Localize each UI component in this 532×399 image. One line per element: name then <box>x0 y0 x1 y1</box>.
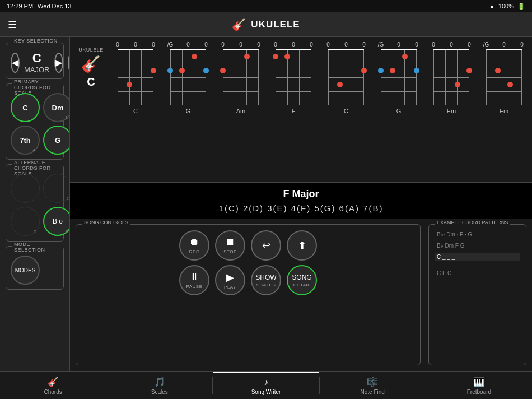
nav-item-chords[interactable]: 🎸 Chords <box>0 372 106 399</box>
chord-diagram-am[interactable]: 000Am <box>218 41 263 114</box>
chord-dot <box>151 68 156 73</box>
song-detail-icon: SONG <box>292 273 311 281</box>
diagram-chord-name: Em <box>500 108 509 114</box>
bottom-nav: 🎸 Chords 🎵 Scales ♪ Song Writer 🎼 Note F… <box>0 371 532 399</box>
diagram-fretboard <box>170 49 206 105</box>
info-bar: F Major 1(C) 2(D) 3(E) 4(F) 5(G) 6(A) 7(… <box>70 183 532 219</box>
diagram-chord-name: C <box>344 108 348 114</box>
chord-dot <box>361 68 367 73</box>
song-detail-button[interactable]: SONG DETAIL <box>287 265 317 295</box>
key-selection: ◀ C MAJOR ▶ m <box>11 48 59 74</box>
loop-button[interactable]: ↩ <box>251 230 281 261</box>
chord-diagram-em[interactable]: 000Em <box>429 41 474 114</box>
diagram-top-nums: /G00 <box>482 41 526 48</box>
nav-icon-chords: 🎸 <box>48 377 59 387</box>
primary-chords-box: PRIMARY CHORDS FOR SCALE CDm1Em2F37th4G5… <box>6 83 64 160</box>
nav-label-chords: Chords <box>44 389 62 395</box>
nav-label-songwriter: Song Writer <box>251 389 281 395</box>
show-scales-icon: SHOW <box>255 273 276 281</box>
chord-diagram-c[interactable]: 000C <box>324 41 368 114</box>
nav-label-fretboard: Fretboard <box>467 389 491 395</box>
nav-item-notefind[interactable]: 🎼 Note Find <box>320 372 426 399</box>
song-controls-box: SONG CONTROLS ⏺ REC ⏹ STOP ↩ ⬆ <box>76 224 421 365</box>
pattern-row-0: B♭· Dm · F · G <box>435 230 520 239</box>
nav-label-notefind: Note Find <box>361 389 385 395</box>
alt-chord-slot-4: 5 <box>11 207 40 236</box>
primary-chord-g[interactable]: G5 <box>43 126 70 155</box>
chord-dot <box>167 68 173 73</box>
ukulele-icon: 🎸 <box>81 55 101 73</box>
primary-chord-c[interactable]: C <box>11 93 40 122</box>
alt-chord-slot-5[interactable]: B o6 <box>43 207 70 236</box>
primary-chord-7th[interactable]: 7th4 <box>11 126 40 155</box>
nav-item-songwriter[interactable]: ♪ Song Writer <box>213 372 319 399</box>
time-display: 12:29 PM <box>7 3 33 10</box>
chord-dot <box>402 54 408 59</box>
alt-chord-slot-1: 2 <box>43 174 70 203</box>
app-title-container: 🎸 UKULELE <box>232 18 300 31</box>
diagram-chord-name: Am <box>236 108 246 114</box>
rec-label: REC <box>189 249 199 254</box>
nav-label-scales: Scales <box>151 389 168 395</box>
pattern-row-4: C F C _ <box>435 269 520 277</box>
diagram-fretboard <box>118 49 153 105</box>
rec-icon: ⏺ <box>189 236 199 248</box>
pattern-row-1: B♭ Dm F G <box>435 242 520 250</box>
controls-row-2: ⏸ PAUSE ▶ PLAY SHOW SCALES SONG DETAIL <box>84 265 412 295</box>
diagram-top-nums: /G00 <box>376 41 421 48</box>
pattern-row-5 <box>435 280 520 282</box>
instrument-label: UKULELE <box>78 47 104 53</box>
diagram-fretboard <box>486 49 522 105</box>
nav-icon-songwriter: ♪ <box>264 377 268 387</box>
main-layout: KEY SELECTION ◀ C MAJOR ▶ m PRIMARY CHOR… <box>0 37 532 371</box>
diagram-fretboard <box>328 49 364 105</box>
chord-diagram-c[interactable]: 000C <box>113 41 158 114</box>
show-scales-button[interactable]: SHOW SCALES <box>251 265 281 295</box>
nav-item-scales[interactable]: 🎵 Scales <box>106 372 212 399</box>
primary-chord-dm[interactable]: Dm1 <box>43 93 70 122</box>
alt-chords-box: ALTERNATE CHORDS FOR SCALE 2345B o67 <box>6 164 64 242</box>
loop-icon: ↩ <box>262 239 270 252</box>
app-title: UKULELE <box>251 19 300 30</box>
diagram-top-nums: 000 <box>113 41 158 48</box>
chord-dot <box>192 54 197 59</box>
diagram-top-nums: 000 <box>271 41 316 48</box>
menu-icon[interactable]: ☰ <box>8 18 17 31</box>
mode-selection-label: MODE SELECTION <box>12 242 63 253</box>
modes-button[interactable]: MODES <box>11 256 40 285</box>
chord-diagram-g[interactable]: /G00G <box>166 41 211 114</box>
stop-button[interactable]: ⏹ STOP <box>215 230 245 261</box>
key-name: C <box>24 51 50 66</box>
chord-diagram-g[interactable]: /G00G <box>376 41 421 114</box>
diagram-top-nums: 000 <box>218 41 263 48</box>
pattern-row-2[interactable]: C _ _ _ <box>435 253 520 261</box>
ref-chord-label: C <box>87 76 95 89</box>
key-next-button[interactable]: ▶ <box>54 53 63 73</box>
diagram-chord-name: F <box>292 108 296 114</box>
chord-dot <box>390 68 395 73</box>
rec-button[interactable]: ⏺ REC <box>179 230 209 261</box>
export-icon: ⬆ <box>298 239 306 252</box>
song-controls-label: SONG CONTROLS <box>82 220 130 225</box>
key-prev-button[interactable]: ◀ <box>11 53 20 73</box>
chord-diagram-f[interactable]: 000F <box>271 41 316 114</box>
alt-chord-grid: 2345B o67 <box>11 169 59 236</box>
mode-grid: MODES <box>11 251 59 285</box>
date-display: Wed Dec 13 <box>38 3 71 10</box>
chord-diagram-em[interactable]: /G00Em <box>482 41 526 114</box>
chord-dot <box>220 68 226 73</box>
right-panel: UKULELE 🎸 C 000C/G00G000Am000F000C/G00G0… <box>70 37 532 371</box>
mode-selection-box: MODE SELECTION MODES <box>6 246 64 290</box>
play-button[interactable]: ▶ PLAY <box>215 265 245 295</box>
diagram-fretboard <box>223 49 259 105</box>
export-button[interactable]: ⬆ <box>287 230 317 261</box>
pause-button[interactable]: ⏸ PAUSE <box>179 265 209 295</box>
ukulele-title-icon: 🎸 <box>232 18 246 31</box>
chord-patterns-box: EXAMPLE CHORD PATTERNS B♭· Dm · F · GB♭ … <box>428 224 526 365</box>
pause-label: PAUSE <box>186 284 202 289</box>
nav-item-fretboard[interactable]: 🎹 Fretboard <box>426 372 532 399</box>
diagram-top-nums: 000 <box>324 41 368 48</box>
play-icon: ▶ <box>226 271 234 284</box>
stop-icon: ⏹ <box>225 236 235 248</box>
diagram-chord-name: Em <box>447 108 456 114</box>
